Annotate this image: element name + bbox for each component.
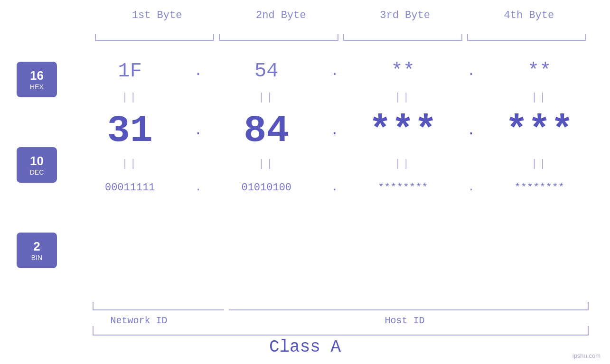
hex-b2: 54 [206, 60, 328, 83]
hex-dot3: . [464, 63, 479, 79]
eq2-b2: || [206, 158, 328, 170]
eq1-b3: || [342, 92, 464, 103]
content-area: 1F . 54 . ** . ** || || || || 31 . 84 . … [69, 52, 601, 204]
dec-dot2: . [328, 123, 342, 138]
host-id-bracket [229, 302, 589, 310]
bin-dot3: . [464, 182, 479, 194]
bin-b3: ******** [342, 182, 464, 194]
eq2-b4: || [479, 158, 601, 170]
bracket-byte4 [467, 34, 586, 45]
hex-b4: ** [479, 60, 601, 83]
host-id-label: Host ID [209, 315, 601, 326]
hex-row: 1F . 54 . ** . ** [69, 52, 601, 90]
eq1-b1: || [69, 92, 191, 103]
dec-b1: 31 [69, 109, 191, 152]
byte1-header: 1st Byte [95, 9, 219, 21]
dec-dot1: . [191, 123, 206, 138]
hex-dot1: . [191, 63, 206, 79]
network-id-label: Network ID [69, 315, 209, 326]
dec-badge: 10 DEC [17, 147, 57, 183]
hex-b3: ** [342, 60, 464, 83]
bin-dot1: . [191, 182, 206, 194]
dec-dot3: . [464, 123, 479, 138]
byte-headers: 1st Byte 2nd Byte 3rd Byte 4th Byte [95, 9, 591, 21]
bin-b1: 00011111 [69, 182, 191, 194]
large-bottom-bracket [93, 326, 589, 336]
bin-row: 00011111 . 01010100 . ******** . *******… [69, 171, 601, 204]
bracket-byte2 [219, 34, 338, 45]
dec-b3: *** [342, 109, 464, 152]
hex-number: 16 [30, 68, 44, 83]
bin-b2: 01010100 [206, 182, 328, 194]
bracket-byte1 [95, 34, 214, 45]
dec-label: DEC [30, 168, 44, 176]
eq1-b2: || [206, 92, 328, 103]
equals-row-2: || || || || [69, 157, 601, 171]
class-label: Class A [0, 337, 610, 357]
eq2-b3: || [342, 158, 464, 170]
equals-row-1: || || || || [69, 90, 601, 104]
bracket-byte3 [343, 34, 462, 45]
hex-label: HEX [30, 83, 44, 91]
byte4-header: 4th Byte [467, 9, 591, 21]
bin-b4: ******** [479, 182, 601, 194]
main-container: 1st Byte 2nd Byte 3rd Byte 4th Byte 16 H… [0, 0, 610, 364]
bin-dot2: . [328, 182, 342, 194]
bin-number: 2 [33, 239, 40, 254]
hex-badge: 16 HEX [17, 62, 57, 97]
base-labels: 16 HEX 10 DEC 2 BIN [17, 62, 57, 268]
dec-b2: 84 [206, 109, 328, 152]
eq1-b4: || [479, 92, 601, 103]
hex-dot2: . [328, 63, 342, 79]
byte3-header: 3rd Byte [343, 9, 467, 21]
dec-number: 10 [30, 154, 44, 168]
network-id-bracket [93, 302, 224, 310]
hex-b1: 1F [69, 60, 191, 83]
id-labels: Network ID Host ID [69, 315, 601, 326]
bin-label: BIN [31, 254, 42, 261]
dec-b4: *** [479, 109, 601, 152]
watermark: ipshu.com [572, 352, 601, 359]
byte2-header: 2nd Byte [219, 9, 343, 21]
top-brackets [93, 34, 589, 45]
bin-badge: 2 BIN [17, 233, 57, 268]
dec-row: 31 . 84 . *** . *** [69, 104, 601, 157]
eq2-b1: || [69, 158, 191, 170]
